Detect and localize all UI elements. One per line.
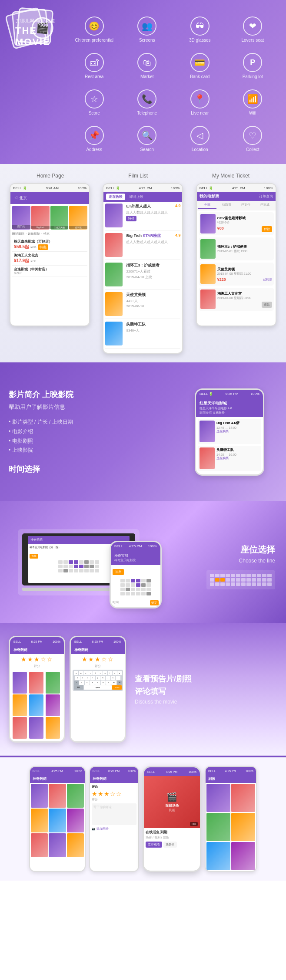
seat-cell[interactable]: [69, 565, 73, 568]
home-content: 西门片 Big Fish 天使艾美顿 指环王 附近影院·超值影院·特惠: [10, 204, 89, 278]
seat-cell[interactable]: [90, 560, 94, 564]
film-item-5: 头脑特工队 9340+人: [105, 322, 180, 349]
glasses-icon: 🕶: [190, 16, 210, 36]
tab-hot[interactable]: 正在热映: [106, 194, 125, 200]
status-bar-2: BELL 🔋4:21 PM100%: [103, 184, 182, 192]
phone-filmlist: BELL 🔋4:21 PM100% 正在热映 即将上映 ET外星人超人 超人人数…: [103, 183, 183, 354]
icon-address: 📌 Address: [70, 122, 119, 155]
seat-cell[interactable]: [79, 569, 83, 572]
seat-cell[interactable]: [95, 569, 99, 572]
filmlist-content: ET外星人超人 超人人数超人超人超人超人 特价 4.9 Big Fish STA…: [103, 202, 182, 353]
review-phones: BELL6:25 PM100% 神奇药药 ★★★☆☆ 评分: [9, 636, 126, 743]
trailer-button[interactable]: 预告片: [163, 842, 177, 848]
photo-btn[interactable]: 📷 添加图片: [92, 827, 109, 831]
parking-icon: P: [243, 53, 262, 72]
tab-all[interactable]: 全部: [198, 203, 216, 209]
review-section: BELL6:25 PM100% 神奇药药 ★★★☆☆ 评分: [0, 623, 286, 756]
seat-cell-selected[interactable]: [74, 565, 78, 568]
live-near-icon: 📍: [190, 89, 210, 109]
seat-cell[interactable]: [58, 560, 63, 564]
select-seat-button[interactable]: 选座: [113, 569, 124, 575]
ticket-item-3: 天使艾美顿 2015-04-08 星期四 21:00 ¥220 已购票: [199, 263, 274, 286]
seat-subtitle: Choose the line: [157, 558, 275, 564]
film-item-2: Big Fish STAR粉丝 超人人数超人超人超人超人 4.9: [105, 233, 180, 260]
seat-cell-selected[interactable]: [69, 560, 73, 564]
seat-cell[interactable]: [74, 569, 78, 572]
telephone-icon: 📞: [137, 89, 156, 109]
phone-gallery: BELL6:25 PM100% 神奇药药 ★★★☆☆ 评分: [9, 636, 65, 743]
seat-cell-selected[interactable]: [74, 560, 78, 564]
search-label: Search: [140, 147, 154, 152]
status-bar-1: BELL 🔋9:41 AM100%: [10, 184, 89, 192]
confirm-button[interactable]: 确定: [150, 600, 159, 605]
seat-cell[interactable]: [63, 560, 68, 564]
feature-list-item-4: 上映影院: [9, 446, 173, 455]
space-key[interactable]: space: [84, 685, 112, 690]
feature-section: 影片简介 上映影院 帮助用户了解影片信息 影片类型 / 片长 / 上映日期 电影…: [0, 362, 286, 501]
icon-glasses: 🕶 3D glasses: [175, 13, 225, 46]
film-item-3: 指环王3：护戒使者 220071+人看过 2015-04-18 上映: [105, 263, 180, 289]
address-label: Address: [86, 147, 102, 152]
screenshots-header: Home Page Film List My Movie Ticket: [4, 173, 282, 179]
seat-cell[interactable]: [90, 569, 94, 572]
keyboard-area: q w e r t y u i o p a s d: [73, 670, 123, 691]
icon-parking: P Parking lot: [228, 49, 278, 82]
seat-cell-taken: [84, 565, 89, 568]
cinema-item-3: 金逸影城（中关村店） 0.6km: [12, 266, 87, 276]
seat-cell[interactable]: [58, 565, 63, 568]
seat-cell-taken: [63, 569, 68, 572]
location-icon: ◁: [190, 126, 210, 145]
hero-section: 🎬 去哪儿网-电影频道 THE MOVIE 😊 Chitrren prefere…: [0, 0, 286, 164]
feature-title: 影片简介 上映影院: [9, 389, 173, 400]
feature-list: 影片类型 / 片长 / 上映日期 电影介绍 电影剧照 上映影院: [9, 418, 173, 455]
phone-cinema-detail: BELL 🔋9:26 PM100% 红星天洋电影城 红星天洋平乐园电影 4.6 …: [195, 388, 264, 476]
bottom-phone-1: BELL4:25 PM100% 神奇药药: [29, 766, 86, 872]
ticket-item-1: CGV蓝色港湾影城 特惠特价 ¥80 付款: [199, 212, 274, 235]
watch-now-button[interactable]: 立即观看: [146, 842, 162, 848]
icon-livenear: 📍 Live near: [175, 86, 225, 119]
icon-children: 😊 Chitrren preferential: [70, 13, 119, 46]
laptop-area: 神奇药药 神奇宝贝电影院（第一院） 选择: [0, 520, 157, 604]
return-key[interactable]: return: [112, 685, 122, 690]
seat-text-area: 座位选择 Choose the line: [157, 535, 286, 589]
hero-subtitle: 去哪儿网-电影频道: [15, 18, 61, 24]
movie-cover: 🎬 在线活鱼 到期 HD: [144, 776, 200, 828]
seat-cell[interactable]: [58, 569, 63, 572]
status-bar-3: BELL 🔋4:21 PM100%: [197, 184, 276, 192]
tab-paid[interactable]: 已支付: [236, 203, 255, 209]
seats-visual: [113, 577, 159, 599]
seat-cell[interactable]: [69, 569, 73, 572]
feature-subtitle: 帮助用户了解影片信息: [9, 403, 173, 411]
comment-input[interactable]: 写下你的评论...: [92, 803, 136, 825]
film-icon-group: 🎬 去哪儿网-电影频道 THE MOVIE: [9, 9, 61, 52]
tab-pending[interactable]: 待取票: [217, 203, 236, 209]
icon-screens: 👥 Screens: [123, 13, 172, 46]
seat-cell-selected[interactable]: [79, 565, 83, 568]
film-item-1: ET外星人超人 超人人数超人超人超人超人 特价 4.9: [105, 204, 180, 230]
seat-cell[interactable]: [95, 560, 99, 564]
tab-upcoming[interactable]: 即将上映: [127, 194, 146, 200]
icon-search[interactable]: 🔍 Search: [123, 122, 172, 155]
time-label: 时间选择: [9, 464, 173, 474]
hero-main-title: THE MOVIE: [15, 25, 61, 48]
seat-cell[interactable]: [79, 560, 83, 564]
phone-seat-select: BELL4:25 PM100% 神奇宝贝 神奇宝贝电影院 选座: [110, 541, 162, 608]
phones-row: BELL 🔋9:41 AM100% ◁ 北京 西门片 Big Fish 天使艾美…: [4, 183, 282, 354]
icon-wifi: 📶 Wifi: [228, 86, 278, 119]
seat-cell[interactable]: [95, 565, 99, 568]
bottom-phone-3: BELL4:25 PM100% 🎬 在线活鱼 到期 HD 在线活鱼 到期 动作 …: [143, 766, 201, 872]
seat-cell[interactable]: [84, 569, 89, 572]
tab-done[interactable]: 已完成: [256, 203, 274, 209]
feature-text: 影片简介 上映影院 帮助用户了解影片信息 影片类型 / 片长 / 上映日期 电影…: [9, 389, 182, 474]
bottom-section: BELL4:25 PM100% 神奇药药 BELL6:28 PM100% 神奇药…: [0, 757, 286, 881]
search-icon[interactable]: 🔍: [137, 126, 156, 145]
ticket-item-2: 指环王3：护戒使者 2015-06-01 播映 1530: [199, 237, 274, 260]
location-label: Location: [192, 147, 208, 152]
time-slot-1[interactable]: 时间: [113, 600, 119, 605]
phone-home: BELL 🔋9:41 AM100% ◁ 北京 西门片 Big Fish 天使艾美…: [10, 183, 90, 326]
screen-label-2: Film List: [128, 173, 148, 179]
feature-list-item-1: 影片类型 / 片长 / 上映日期: [9, 418, 173, 427]
seat-cell[interactable]: [63, 565, 68, 568]
seat-grid-display: [206, 570, 275, 589]
livenear-label: Live near: [191, 111, 209, 115]
